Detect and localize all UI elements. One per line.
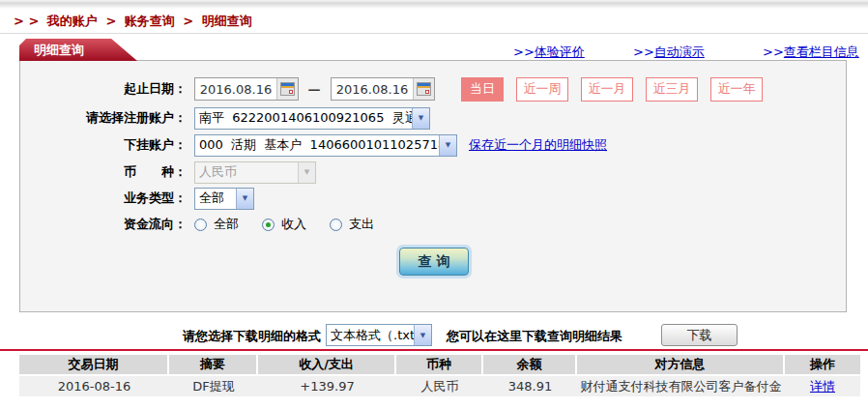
dropdown-arrow-icon: ▼ bbox=[412, 108, 429, 129]
row-registered-account: 请选择注册账户： 南平 6222001406100921065 灵通卡 ▼ bbox=[20, 105, 430, 131]
quick-button-last-3-months[interactable]: 近三月 bbox=[646, 77, 698, 102]
header-transaction-date: 交易日期 bbox=[19, 355, 169, 374]
link-auto-demo[interactable]: >>自动演示 bbox=[633, 44, 705, 61]
link-prefix: >> bbox=[513, 44, 535, 59]
query-button[interactable]: 查 询 bbox=[399, 248, 469, 276]
radio-icon bbox=[194, 219, 207, 231]
date-range-label: 起止日期： bbox=[20, 80, 187, 98]
dropdown-arrow-icon: ▼ bbox=[236, 189, 253, 209]
download-button[interactable]: 下载 bbox=[661, 324, 738, 346]
currency-value: 人民币 bbox=[195, 163, 298, 181]
query-form-panel: 起止日期： — 当日 近一周 近一月 近三月 近一年 bbox=[19, 60, 847, 312]
business-type-value: 全部 bbox=[195, 190, 236, 207]
end-date-input[interactable] bbox=[332, 82, 413, 97]
cell-summary: DF提现 bbox=[169, 376, 258, 396]
detail-query-page: > > 我的账户 > 账务查询 > 明细查询 明细查询 >>体验评价 >>自动演… bbox=[0, 0, 868, 409]
date-range-dash: — bbox=[305, 82, 323, 97]
radio-option-all[interactable]: 全部 bbox=[194, 216, 239, 233]
download-format-value: 文本格式（.txt） bbox=[327, 327, 414, 344]
fund-flow-radio-group: 全部 收入 支出 bbox=[194, 216, 374, 233]
start-date-field bbox=[194, 77, 299, 101]
radio-label: 全部 bbox=[214, 216, 239, 233]
top-gradient-strip bbox=[0, 0, 868, 9]
dropdown-arrow-icon: ▼ bbox=[439, 135, 456, 156]
cell-amount: +139.97 bbox=[258, 376, 396, 396]
cell-counterparty: 财付通支付科技有限公司客户备付金 bbox=[577, 376, 785, 396]
cell-currency: 人民币 bbox=[396, 376, 483, 396]
dropdown-arrow-icon: ▼ bbox=[414, 325, 431, 345]
link-view-column-info[interactable]: >>查看栏目信息 bbox=[763, 44, 859, 61]
header-currency: 币种 bbox=[396, 355, 483, 374]
start-date-calendar-button[interactable] bbox=[276, 78, 298, 100]
cell-transaction-date: 2016-08-16 bbox=[19, 376, 169, 396]
header-counterparty: 对方信息 bbox=[577, 355, 785, 374]
registered-account-value: 南平 6222001406100921065 灵通卡 bbox=[195, 109, 412, 127]
radio-label: 收入 bbox=[281, 216, 306, 233]
breadcrumb-separator: > bbox=[105, 14, 116, 28]
dropdown-arrow-icon: ▼ bbox=[298, 162, 315, 183]
sub-account-select[interactable]: 000 活期 基本户 1406600101102571848 ▼ bbox=[194, 134, 457, 157]
calendar-icon bbox=[280, 82, 295, 96]
radio-option-income[interactable]: 收入 bbox=[262, 216, 306, 233]
table-row: 2016-08-16 DF提现 +139.97 人民币 348.91 财付通支付… bbox=[19, 376, 860, 396]
row-fund-flow: 资金流向： 全部 收入 支出 bbox=[20, 212, 374, 237]
sub-account-label: 下挂账户： bbox=[20, 136, 187, 154]
snapshot-link[interactable]: 保存近一个月的明细快照 bbox=[469, 136, 607, 154]
radio-icon bbox=[330, 219, 342, 231]
sub-account-value: 000 活期 基本户 1406600101102571848 bbox=[195, 136, 439, 154]
table-top-red-line bbox=[0, 349, 868, 351]
row-business-type: 业务类型： 全部 ▼ bbox=[20, 186, 254, 211]
detail-link[interactable]: 详情 bbox=[810, 378, 835, 395]
registered-account-label: 请选择注册账户： bbox=[20, 109, 187, 127]
row-sub-account: 下挂账户： 000 活期 基本户 1406600101102571848 ▼ 保… bbox=[20, 132, 607, 158]
link-label: 体验评价 bbox=[535, 44, 585, 59]
start-date-input[interactable] bbox=[195, 82, 276, 97]
registered-account-select[interactable]: 南平 6222001406100921065 灵通卡 ▼ bbox=[194, 107, 430, 130]
currency-select: 人民币 ▼ bbox=[194, 161, 316, 184]
link-experience-rating[interactable]: >>体验评价 bbox=[513, 44, 585, 61]
header-action: 操作 bbox=[785, 355, 860, 374]
quick-range-buttons: 当日 近一周 近一月 近三月 近一年 bbox=[461, 77, 763, 102]
quick-button-last-year[interactable]: 近一年 bbox=[710, 77, 763, 102]
fund-flow-label: 资金流向： bbox=[20, 216, 187, 233]
breadcrumb-item-detail-query[interactable]: 明细查询 bbox=[202, 14, 252, 28]
end-date-field bbox=[331, 77, 435, 101]
calendar-icon bbox=[417, 82, 431, 96]
download-format-label: 请您选择下载明细的格式 bbox=[0, 328, 321, 345]
download-format-select[interactable]: 文本格式（.txt） ▼ bbox=[326, 324, 432, 346]
quick-button-last-week[interactable]: 近一周 bbox=[516, 77, 568, 102]
header-balance: 余额 bbox=[483, 355, 577, 374]
link-prefix: >> bbox=[763, 44, 784, 59]
breadcrumb: > > 我的账户 > 账务查询 > 明细查询 bbox=[14, 13, 256, 30]
business-type-label: 业务类型： bbox=[20, 190, 187, 207]
header-income-expense: 收入/支出 bbox=[258, 355, 396, 374]
cell-balance: 348.91 bbox=[483, 376, 577, 396]
radio-label: 支出 bbox=[349, 216, 374, 233]
link-prefix: >> bbox=[633, 44, 654, 59]
tab-detail-query[interactable]: 明细查询 bbox=[19, 39, 137, 61]
table-header-row: 交易日期 摘要 收入/支出 币种 余额 对方信息 操作 bbox=[19, 355, 860, 374]
header-summary: 摘要 bbox=[169, 355, 258, 374]
row-currency: 币 种： 人民币 ▼ bbox=[20, 160, 316, 185]
end-date-calendar-button[interactable] bbox=[413, 78, 434, 100]
currency-label: 币 种： bbox=[20, 163, 187, 181]
breadcrumb-item-account-query[interactable]: 账务查询 bbox=[125, 14, 175, 28]
breadcrumb-divider bbox=[0, 33, 868, 34]
row-date-range: 起止日期： — 当日 近一周 近一月 近三月 近一年 bbox=[20, 76, 763, 102]
radio-checked-icon bbox=[262, 219, 275, 231]
breadcrumb-item-my-account[interactable]: 我的账户 bbox=[47, 14, 98, 28]
quick-button-last-month[interactable]: 近一月 bbox=[581, 77, 633, 102]
download-hint: 您可以在这里下载查询明细结果 bbox=[447, 328, 622, 345]
radio-option-expense[interactable]: 支出 bbox=[330, 216, 374, 233]
business-type-select[interactable]: 全部 ▼ bbox=[194, 188, 254, 210]
breadcrumb-separator: > bbox=[183, 14, 193, 28]
link-label: 自动演示 bbox=[654, 44, 705, 59]
quick-button-today[interactable]: 当日 bbox=[461, 77, 504, 102]
link-label: 查看栏目信息 bbox=[784, 44, 859, 59]
breadcrumb-prefix: > > bbox=[14, 14, 39, 28]
